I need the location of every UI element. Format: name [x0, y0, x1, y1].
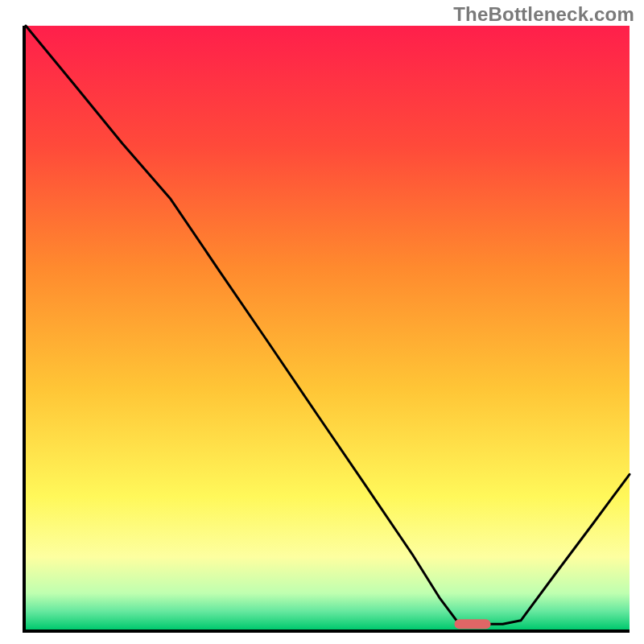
chart-svg [0, 0, 644, 644]
sweet-spot-marker [455, 619, 491, 629]
bottleneck-chart: TheBottleneck.com [0, 0, 644, 644]
plot-background [26, 26, 630, 630]
